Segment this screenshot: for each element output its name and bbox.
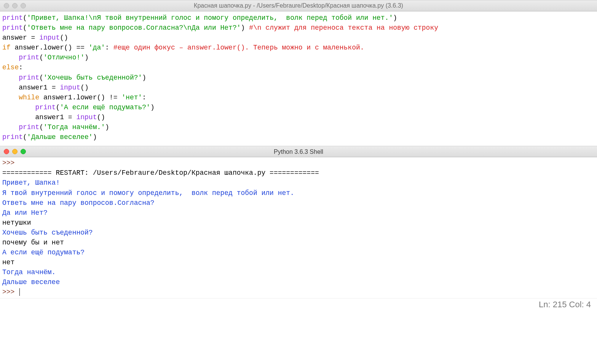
zoom-icon[interactable] bbox=[21, 149, 26, 154]
shell-window: Python 3.6.3 Shell >>> ============ REST… bbox=[0, 146, 597, 311]
cursor-position: Ln: 215 Col: 4 bbox=[539, 300, 591, 309]
string-literal: 'Тогда начнём.' bbox=[43, 123, 105, 131]
program-output: Тогда начнём. bbox=[2, 268, 56, 276]
close-icon[interactable] bbox=[4, 3, 9, 8]
builtin-input: input bbox=[39, 34, 60, 42]
string-literal: 'Дальше веселее' bbox=[27, 133, 93, 141]
builtin-print: print bbox=[2, 133, 23, 141]
comment: #\n служит для переноса текста на новую … bbox=[249, 24, 438, 32]
window-controls bbox=[4, 3, 26, 8]
user-input: почему бы и нет bbox=[2, 239, 64, 246]
string-literal: 'Ответь мне на пару вопросов.Согласна?\n… bbox=[27, 24, 241, 32]
shell-prompt: >>> bbox=[2, 288, 19, 296]
program-output: А если ещё подумать? bbox=[2, 249, 85, 256]
shell-prompt: >>> bbox=[2, 159, 19, 167]
string-literal: 'А если ещё подумать?' bbox=[60, 104, 150, 111]
builtin-print: print bbox=[35, 104, 56, 111]
shell-titlebar[interactable]: Python 3.6.3 Shell bbox=[0, 146, 597, 157]
program-output: Да или Нет? bbox=[2, 209, 48, 217]
builtin-print: print bbox=[19, 74, 39, 81]
program-output: Ответь мне на пару вопросов.Согласна? bbox=[2, 199, 155, 207]
editor-titlebar[interactable]: Красная шапочка.py - /Users/Febraure/Des… bbox=[0, 0, 597, 11]
user-input: нетушки bbox=[2, 219, 31, 227]
string-literal: 'нет' bbox=[121, 94, 142, 101]
program-output: Привет, Шапка! bbox=[2, 179, 60, 187]
minimize-icon[interactable] bbox=[12, 3, 18, 8]
user-input: нет bbox=[2, 259, 14, 266]
editor-title: Красная шапочка.py - /Users/Febraure/Des… bbox=[4, 1, 593, 10]
shell-title: Python 3.6.3 Shell bbox=[4, 147, 593, 156]
keyword-while: while bbox=[19, 94, 39, 101]
keyword-else: else bbox=[2, 64, 19, 71]
program-output: Хочешь быть съеденной? bbox=[2, 229, 93, 236]
program-output: Дальше веселее bbox=[2, 278, 60, 286]
builtin-print: print bbox=[19, 123, 39, 131]
editor-window: Красная шапочка.py - /Users/Febraure/Des… bbox=[0, 0, 597, 146]
string-literal: 'Привет, Шапка!\nЯ твой внутренний голос… bbox=[27, 14, 393, 22]
keyword-if: if bbox=[2, 44, 11, 51]
string-literal: 'да' bbox=[89, 44, 105, 51]
program-output: Я твой внутренний голос и помогу определ… bbox=[2, 189, 294, 197]
comment: #еще один фокус – answer.lower(). Теперь… bbox=[113, 44, 364, 51]
shell-output[interactable]: >>> ============ RESTART: /Users/Febraur… bbox=[0, 157, 597, 298]
string-literal: 'Отлично!' bbox=[43, 54, 85, 61]
cursor-icon bbox=[19, 288, 20, 296]
code-editor[interactable]: print('Привет, Шапка!\nЯ твой внутренний… bbox=[0, 11, 597, 146]
builtin-print: print bbox=[2, 14, 23, 22]
restart-banner: ============ RESTART: /Users/Febraure/De… bbox=[2, 169, 319, 177]
builtin-input: input bbox=[76, 113, 97, 121]
builtin-input: input bbox=[60, 84, 80, 91]
status-bar: Ln: 215 Col: 4 bbox=[0, 298, 597, 311]
minimize-icon[interactable] bbox=[12, 149, 18, 154]
window-controls bbox=[4, 149, 26, 154]
builtin-print: print bbox=[19, 54, 39, 61]
builtin-print: print bbox=[2, 24, 23, 32]
string-literal: 'Хочешь быть съеденной?' bbox=[43, 74, 142, 81]
close-icon[interactable] bbox=[4, 149, 9, 154]
zoom-icon[interactable] bbox=[21, 3, 26, 8]
